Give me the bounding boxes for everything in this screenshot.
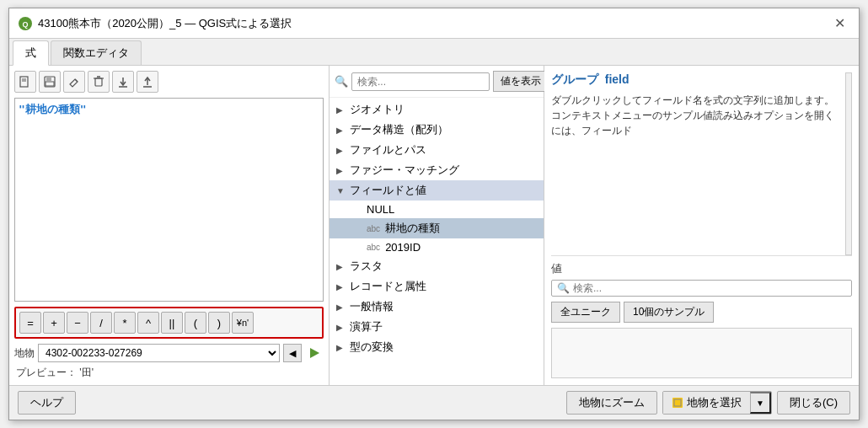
- values-search-row: 🔍: [551, 280, 852, 297]
- all-unique-button[interactable]: 全ユニーク: [551, 302, 620, 323]
- import-icon: [117, 76, 129, 88]
- prev-feature-button[interactable]: ◀: [283, 344, 302, 362]
- main-content: "耕地の種類" = + − / * ^ || ( ) ¥n' 地物 4302-0…: [9, 66, 859, 385]
- tree-arrow-typeconv: ▶: [336, 343, 346, 352]
- tree-item-record[interactable]: ▶ レコードと属性: [330, 276, 544, 297]
- select-feature-button[interactable]: 地物を選択: [663, 392, 750, 414]
- group-title: グループ field: [551, 72, 842, 88]
- window-title: 43100熊本市（2020公開）_5 — QGIS式による選択: [38, 16, 292, 31]
- tree-item-2019id[interactable]: abc 2019ID: [330, 238, 544, 256]
- edit-button[interactable]: [63, 71, 85, 93]
- close-button[interactable]: ✕: [829, 13, 850, 33]
- select-dropdown-button[interactable]: ▼: [750, 392, 771, 414]
- run-button[interactable]: [305, 344, 324, 362]
- tree-label-record: レコードと属性: [350, 279, 426, 294]
- tree-item-general[interactable]: ▶ 一般情報: [330, 297, 544, 317]
- svg-marker-16: [310, 348, 319, 358]
- tree-label-fields-values: フィールドと値: [350, 183, 426, 198]
- search-row: 🔍 値を表示: [330, 66, 544, 98]
- tree-item-raster[interactable]: ▶ ラスタ: [330, 256, 544, 276]
- tree-arrow-data-structure: ▶: [336, 126, 346, 135]
- tree-label-fuzzy: ファジー・マッチング: [350, 163, 459, 178]
- search-input[interactable]: [351, 72, 490, 91]
- tree-item-geometry[interactable]: ▶ ジオメトリ: [330, 99, 544, 120]
- values-list: [551, 328, 852, 378]
- operator-bar: = + − / * ^ || ( ) ¥n': [14, 307, 324, 339]
- tree-label-geometry: ジオメトリ: [350, 102, 405, 117]
- tree-arrow-raster: ▶: [336, 262, 346, 271]
- tree-item-operator[interactable]: ▶ 演算子: [330, 317, 544, 337]
- tree-label-file-path: ファイルとパス: [350, 142, 426, 158]
- show-values-button[interactable]: 値を表示: [493, 71, 549, 92]
- values-buttons: 全ユニーク 10個のサンプル: [551, 302, 852, 323]
- tree-arrow-operator: ▶: [336, 323, 346, 332]
- tab-shiki[interactable]: 式: [13, 40, 49, 66]
- tree-item-kochino[interactable]: abc 耕地の種類: [330, 218, 544, 238]
- tree-item-null[interactable]: NULL: [330, 201, 544, 218]
- tree-label-data-structure: データ構造（配列）: [350, 122, 448, 137]
- tree-label-2019id: 2019ID: [385, 241, 421, 254]
- tree-label-raster: ラスタ: [350, 259, 383, 274]
- tree-label-typeconv: 型の変換: [350, 340, 394, 355]
- op-minus[interactable]: −: [67, 312, 88, 334]
- tree-item-data-structure[interactable]: ▶ データ構造（配列）: [330, 120, 544, 140]
- tree-arrow-file-path: ▶: [336, 146, 346, 155]
- bottom-right: 地物にズーム 地物を選択 ▼ 閉じる(C): [566, 391, 850, 415]
- new-icon: [19, 76, 31, 88]
- bottom-left: ヘルプ: [18, 391, 76, 415]
- zoom-feature-button[interactable]: 地物にズーム: [566, 391, 657, 415]
- left-panel: "耕地の種類" = + − / * ^ || ( ) ¥n' 地物 4302-0…: [9, 66, 330, 385]
- tree-label-kochino: 耕地の種類: [385, 221, 440, 236]
- main-window: Q 43100熊本市（2020公開）_5 — QGIS式による選択 ✕ 式 関数…: [8, 8, 860, 420]
- import-button[interactable]: [112, 71, 134, 93]
- help-button[interactable]: ヘルプ: [18, 391, 76, 415]
- bottom-bar: ヘルプ 地物にズーム 地物を選択 ▼ 閉じる(C): [9, 385, 859, 420]
- save-button[interactable]: [39, 71, 61, 93]
- op-concat[interactable]: ||: [161, 312, 183, 334]
- op-eq[interactable]: =: [19, 312, 41, 334]
- toolbar: [14, 71, 324, 93]
- titlebar: Q 43100熊本市（2020公開）_5 — QGIS式による選択 ✕: [9, 8, 859, 39]
- op-div[interactable]: /: [90, 312, 112, 334]
- qgis-icon: Q: [18, 16, 33, 31]
- tree-arrow-general: ▶: [336, 302, 346, 312]
- tree-item-typeconv[interactable]: ▶ 型の変換: [330, 337, 544, 357]
- new-button[interactable]: [14, 71, 36, 93]
- delete-button[interactable]: [88, 71, 110, 93]
- op-pow[interactable]: ^: [137, 312, 159, 334]
- tab-kansu[interactable]: 関数エディタ: [51, 40, 142, 65]
- group-name: field: [605, 72, 630, 86]
- right-panel: グループ field ダブルクリックしてフィールド名を式の文字列に追加します。コ…: [544, 66, 859, 385]
- tree-list: ▶ ジオメトリ ▶ データ構造（配列） ▶ ファイルとパス ▶ ファジー・マッチ…: [330, 98, 544, 385]
- feature-row: 地物 4302-002233-027269 ◀: [14, 344, 324, 362]
- expression-editor[interactable]: "耕地の種類": [14, 98, 324, 302]
- export-icon: [142, 76, 153, 88]
- tree-item-file-path[interactable]: ▶ ファイルとパス: [330, 140, 544, 160]
- preview-value: '田': [79, 366, 94, 378]
- op-lparen[interactable]: (: [185, 312, 206, 334]
- feature-label: 地物: [14, 346, 35, 361]
- tab-bar: 式 関数エディタ: [9, 39, 859, 66]
- op-mul[interactable]: *: [114, 312, 136, 334]
- op-rparen[interactable]: ): [208, 312, 230, 334]
- titlebar-left: Q 43100熊本市（2020公開）_5 — QGIS式による選択: [18, 16, 292, 31]
- group-desc: ダブルクリックしてフィールド名を式の文字列に追加します。コンテキストメニューのサ…: [551, 93, 842, 138]
- select-feature-button-group: 地物を選択 ▼: [662, 391, 772, 415]
- svg-rect-6: [46, 77, 51, 81]
- close-dialog-button[interactable]: 閉じる(C): [777, 391, 850, 415]
- feature-select[interactable]: 4302-002233-027269: [38, 344, 280, 362]
- ten-sample-button[interactable]: 10個のサンプル: [624, 302, 714, 323]
- op-newline[interactable]: ¥n': [232, 312, 254, 334]
- group-label: グループ: [551, 72, 598, 86]
- edit-icon: [68, 76, 80, 88]
- run-icon: [308, 346, 321, 360]
- svg-text:Q: Q: [22, 20, 28, 29]
- right-scrollbar[interactable]: [845, 72, 852, 255]
- delete-icon: [93, 76, 104, 88]
- tree-item-fuzzy[interactable]: ▶ ファジー・マッチング: [330, 160, 544, 180]
- values-search-input[interactable]: [573, 282, 846, 294]
- tree-item-fields-values[interactable]: ▼ フィールドと値: [330, 180, 544, 201]
- export-button[interactable]: [137, 71, 158, 93]
- save-icon: [44, 76, 56, 88]
- op-plus[interactable]: +: [43, 312, 65, 334]
